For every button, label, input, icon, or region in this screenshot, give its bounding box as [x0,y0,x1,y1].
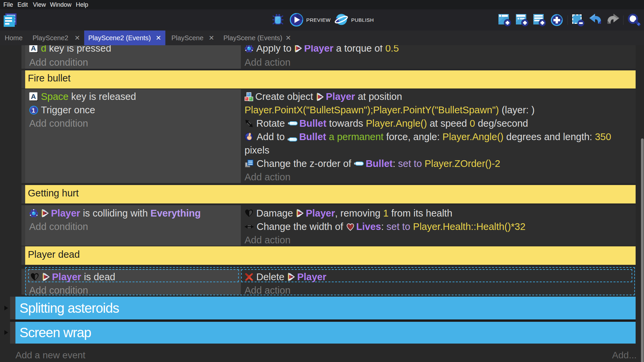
svg-text:1: 1 [32,107,35,114]
svg-text:A: A [31,93,36,100]
svg-text:A: A [31,45,36,52]
